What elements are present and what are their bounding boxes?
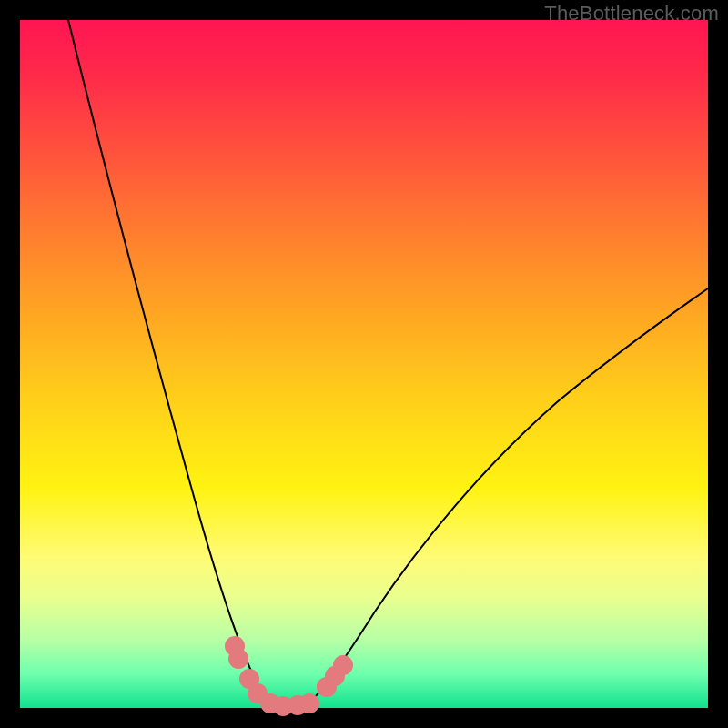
- marker-dot: [333, 655, 353, 675]
- marker-dot: [228, 649, 248, 669]
- marker-dot: [299, 693, 319, 713]
- chart-svg: [20, 20, 708, 708]
- marker-group: [225, 636, 353, 716]
- right-curve: [308, 288, 708, 704]
- left-curve: [68, 20, 274, 704]
